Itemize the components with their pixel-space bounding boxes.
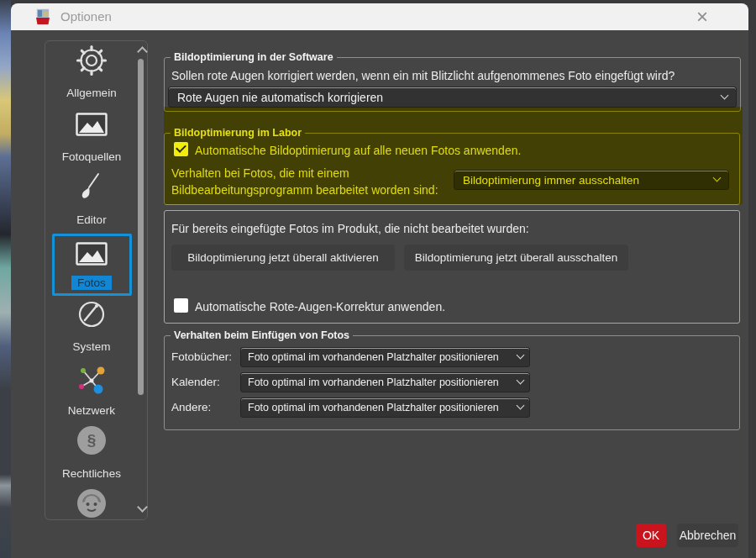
edited-photos-label-line2: Bildbearbeitungsprogramm bearbeitet word… — [171, 182, 438, 198]
edited-photos-dropdown[interactable]: Bildoptimierung immer ausschalten — [454, 170, 729, 190]
sidebar-item-editor[interactable]: Editor — [45, 171, 139, 226]
chevron-down-icon — [517, 402, 525, 410]
andere-label: Andere: — [171, 401, 211, 413]
sidebar-item-support[interactable] — [77, 489, 106, 518]
sidebar-item-rechtliches[interactable]: Rechtliches — [45, 467, 139, 480]
sidebar-item-label: Rechtliches — [45, 467, 139, 480]
fotobuecher-dropdown-value: Foto optimal im vorhandenen Platzhalter … — [248, 351, 499, 363]
existing-photos-description: Für bereits eingefügte Fotos im Produkt,… — [171, 222, 529, 235]
kalender-label: Kalender: — [171, 376, 220, 388]
deactivate-everywhere-button[interactable]: Bildoptimierung jetzt überall ausschalte… — [404, 245, 628, 271]
desktop-background-strip — [0, 0, 11, 558]
sidebar-item-label: Editor — [45, 213, 139, 226]
support-icon — [77, 489, 106, 518]
photo-icon — [76, 113, 108, 136]
red-eye-dropdown-value: Rote Augen nie automatisch korrigieren — [177, 91, 383, 104]
gear-icon — [75, 44, 108, 77]
kalender-dropdown[interactable]: Foto optimal im vorhandenen Platzhalter … — [240, 372, 530, 392]
red-eye-correction-label: Automatische Rote-Augen-Korrektur anwend… — [195, 300, 445, 313]
edited-photos-dropdown-value: Bildoptimierung immer ausschalten — [463, 174, 639, 187]
sidebar-item-fotos-label-wrap[interactable]: Fotos — [45, 275, 139, 290]
sidebar-item-label: Allgemein — [45, 87, 139, 99]
activate-everywhere-button[interactable]: Bildoptimierung jetzt überall aktivieren — [171, 245, 395, 271]
sidebar-item-netzwerk[interactable]: Netzwerk — [45, 363, 139, 417]
screen: Optionen × Allgemein Fotoquellen Edit — [0, 0, 756, 558]
auto-optimization-label: Automatische Bildoptimierung auf alle ne… — [195, 144, 521, 157]
lab-group-title: Bildoptimierung im Labor — [171, 127, 305, 139]
brush-icon — [75, 171, 108, 205]
andere-dropdown-value: Foto optimal im vorhandenen Platzhalter … — [248, 402, 499, 413]
cewe-logo-icon — [34, 8, 52, 26]
fotobuecher-label: Fotobücher: — [171, 350, 232, 363]
fotobuecher-dropdown[interactable]: Foto optimal im vorhandenen Platzhalter … — [240, 347, 530, 367]
sidebar-item-label: Netzwerk — [45, 404, 139, 417]
chevron-down-icon — [517, 351, 525, 360]
chevron-down-icon — [517, 376, 525, 385]
paragraph-icon: § — [87, 431, 97, 449]
software-group-title: Bildoptimierung in der Software — [171, 51, 337, 63]
sidebar-item-fotoquellen[interactable]: Fotoquellen — [45, 113, 139, 163]
sidebar-item-rechtliches-icon-wrap[interactable]: § — [77, 426, 106, 455]
red-eye-dropdown[interactable]: Rote Augen nie automatisch korrigieren — [168, 87, 737, 108]
ok-button[interactable]: OK — [636, 524, 666, 547]
window-title: Optionen — [60, 9, 112, 24]
network-icon — [74, 363, 109, 397]
sidebar-item-label: Fotoquellen — [45, 150, 139, 163]
edited-photos-label-line1: Verhalten bei Fotos, die mit einem — [171, 165, 438, 182]
sidebar-item-label: System — [45, 340, 139, 353]
sidebar-item-system[interactable]: System — [45, 297, 139, 353]
chevron-down-icon — [721, 91, 729, 99]
auto-optimization-checkbox[interactable] — [174, 142, 188, 156]
andere-dropdown[interactable]: Foto optimal im vorhandenen Platzhalter … — [240, 397, 530, 418]
sidebar-item-allgemein[interactable]: Allgemein — [45, 44, 139, 99]
insert-behavior-group-title: Verhalten beim Einfügen von Fotos — [171, 329, 353, 341]
red-eye-correction-checkbox[interactable] — [174, 298, 188, 313]
photo-icon — [76, 242, 108, 266]
chevron-down-icon — [713, 174, 722, 182]
kalender-dropdown-value: Foto optimal im vorhandenen Platzhalter … — [248, 376, 499, 388]
red-eye-question-text: Sollen rote Augen korrigiert werden, wen… — [171, 69, 734, 82]
edited-photos-label: Verhalten bei Fotos, die mit einem Bildb… — [171, 165, 438, 198]
sidebar-item-label-selected: Fotos — [71, 276, 112, 290]
close-icon[interactable]: × — [690, 6, 715, 28]
cancel-button[interactable]: Abbrechen — [677, 524, 738, 547]
sidebar-item-fotos[interactable] — [45, 242, 139, 266]
title-bar[interactable]: Optionen × — [11, 3, 748, 30]
gauge-icon — [75, 297, 108, 331]
scrollbar-thumb[interactable] — [138, 59, 144, 395]
